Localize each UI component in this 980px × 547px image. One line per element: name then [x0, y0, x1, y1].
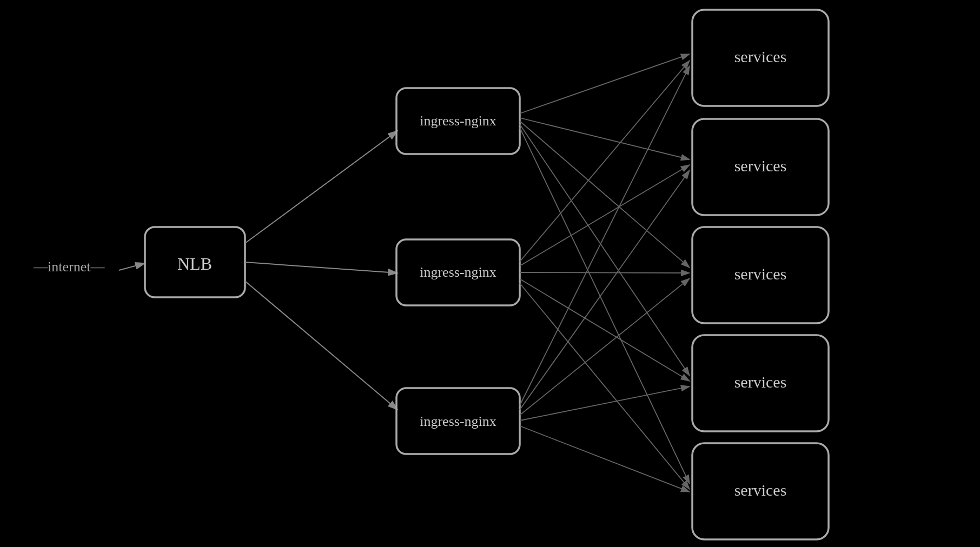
- internet-label: —internet—: [33, 259, 105, 275]
- services5-label: services: [734, 481, 787, 499]
- ingress1-label: ingress-nginx: [420, 113, 496, 129]
- services4-label: services: [734, 373, 787, 391]
- ingress2-label: ingress-nginx: [420, 264, 496, 280]
- services2-label: services: [734, 157, 787, 175]
- nlb-label: NLB: [177, 254, 212, 274]
- services1-label: services: [734, 48, 787, 65]
- services3-label: services: [734, 265, 787, 283]
- i2-s3-arrow: [520, 272, 690, 273]
- ingress3-label: ingress-nginx: [420, 413, 496, 429]
